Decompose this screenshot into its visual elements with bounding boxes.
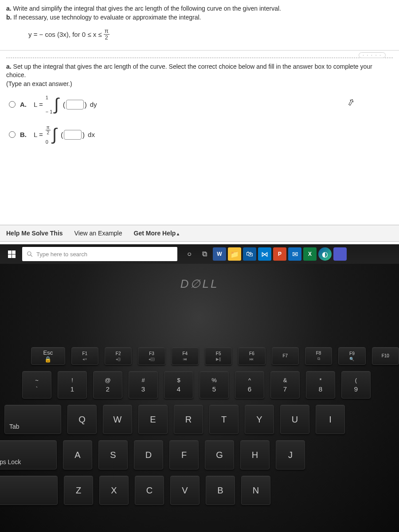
key-n[interactable]: N bbox=[241, 476, 270, 505]
setup-instruction: Set up the integral that gives the arc l… bbox=[6, 63, 372, 79]
choice-b-integral: π 2 0 ∫ bbox=[47, 125, 58, 145]
choice-b-row[interactable]: B. L = π 2 0 ∫ dx bbox=[9, 125, 393, 145]
taskbar: Type here to search ○ ⧉ W 📁 🛍 ⋈ P ✉ X ◐ bbox=[0, 244, 399, 264]
equation-lhs: y = − cos (3x), for 0 ≤ x ≤ bbox=[28, 31, 102, 38]
choice-b-input[interactable] bbox=[64, 130, 82, 140]
help-bar: Help Me Solve This View an Example Get M… bbox=[0, 225, 399, 242]
key-i[interactable]: I bbox=[316, 405, 345, 434]
radio-b[interactable] bbox=[9, 131, 16, 138]
key-f7[interactable]: F7 bbox=[272, 347, 299, 365]
vscode-icon[interactable]: ⋈ bbox=[258, 247, 271, 261]
choice-a-input[interactable] bbox=[66, 100, 84, 110]
choice-a-row[interactable]: A. L = 1 − 1 ∫ dy bbox=[9, 95, 393, 114]
key-f5[interactable]: F5▶‖ bbox=[205, 347, 232, 365]
key-1[interactable]: !1 bbox=[58, 371, 87, 399]
key-y[interactable]: Y bbox=[245, 405, 274, 434]
setup-part-label: a. bbox=[6, 63, 12, 70]
start-button[interactable] bbox=[4, 247, 20, 261]
key-capslock[interactable]: Caps Lock bbox=[0, 440, 57, 469]
key-7[interactable]: &7 bbox=[270, 371, 300, 399]
key-f4[interactable]: F4⏮ bbox=[172, 347, 199, 365]
key-s[interactable]: S bbox=[98, 440, 128, 469]
key-f10[interactable]: F10 bbox=[372, 347, 399, 365]
excel-icon[interactable]: X bbox=[303, 247, 317, 261]
part-a-label: a. bbox=[6, 5, 12, 12]
key-6[interactable]: ^6 bbox=[235, 371, 264, 399]
key-f8[interactable]: F8⧉ bbox=[305, 347, 332, 365]
get-more-help-link[interactable]: Get More Help bbox=[134, 230, 180, 237]
search-icon bbox=[27, 251, 33, 257]
key-f6[interactable]: F6⏭ bbox=[238, 347, 265, 365]
num-row: ~` !1 @2 #3 $4 %5 ^6 &7 *8 (9 bbox=[22, 371, 399, 399]
integral-sign-icon: ∫ bbox=[54, 99, 59, 110]
key-tab[interactable]: Tab bbox=[4, 405, 61, 434]
part-b-label: b. bbox=[6, 14, 12, 21]
app-icon[interactable] bbox=[333, 247, 347, 261]
key-f1[interactable]: F1◂× bbox=[71, 347, 98, 365]
word-icon[interactable]: W bbox=[213, 247, 226, 261]
integral-sign-icon: ∫ bbox=[52, 129, 57, 140]
key-u[interactable]: U bbox=[280, 405, 309, 434]
powerpoint-icon[interactable]: P bbox=[273, 247, 286, 261]
frac-num: π bbox=[104, 28, 110, 35]
store-icon[interactable]: 🛍 bbox=[243, 247, 256, 261]
part-a-question-text: Write and simplify the integral that giv… bbox=[13, 5, 281, 12]
key-f9[interactable]: F9🔍 bbox=[338, 347, 365, 365]
qwerty-row: Tab Q W E R T Y U I bbox=[4, 405, 399, 434]
given-equation: y = − cos (3x), for 0 ≤ x ≤ π 2 bbox=[28, 28, 384, 41]
svg-point-0 bbox=[27, 252, 31, 255]
key-9[interactable]: (9 bbox=[341, 371, 371, 399]
key-f2[interactable]: F2◂)) bbox=[105, 347, 132, 365]
home-row: Caps Lock A S D F G H J bbox=[0, 440, 399, 469]
key-r[interactable]: R bbox=[174, 405, 203, 434]
key-g[interactable]: G bbox=[205, 440, 234, 469]
edge-icon[interactable]: ◐ bbox=[318, 247, 332, 261]
key-q[interactable]: Q bbox=[67, 405, 97, 434]
search-input[interactable]: Type here to search bbox=[22, 247, 177, 261]
task-view-icon[interactable]: ⧉ bbox=[198, 247, 211, 261]
mail-icon[interactable]: ✉ bbox=[288, 247, 301, 261]
bottom-row: ft Z X C V B N bbox=[0, 476, 399, 505]
key-8[interactable]: *8 bbox=[306, 371, 335, 399]
choice-b-lower: 0 bbox=[46, 139, 51, 145]
keyboard: Esc 🔒 F1◂× F2◂)) F3◂))) F4⏮ F5▶‖ F6⏭ F7 … bbox=[4, 347, 399, 505]
svg-line-1 bbox=[31, 255, 32, 257]
key-z[interactable]: Z bbox=[64, 476, 93, 505]
key-3[interactable]: #3 bbox=[129, 371, 158, 399]
radio-a[interactable] bbox=[9, 101, 16, 108]
key-v[interactable]: V bbox=[170, 476, 200, 505]
choice-a-upper: 1 bbox=[46, 95, 53, 100]
part-b-question-text: If necessary, use technology to evaluate… bbox=[13, 14, 201, 21]
choice-b-suffix: dx bbox=[88, 131, 95, 138]
choice-b-upper-den: 2 bbox=[46, 130, 50, 135]
key-j[interactable]: J bbox=[276, 440, 305, 469]
key-b[interactable]: B bbox=[206, 476, 235, 505]
key-d[interactable]: D bbox=[134, 440, 163, 469]
choice-b-prefix: L = bbox=[34, 131, 43, 138]
explorer-icon[interactable]: 📁 bbox=[228, 247, 241, 261]
key-4[interactable]: $4 bbox=[164, 371, 193, 399]
key-5[interactable]: %5 bbox=[200, 371, 229, 399]
key-c[interactable]: C bbox=[135, 476, 164, 505]
key-f3[interactable]: F3◂))) bbox=[138, 347, 165, 365]
key-a[interactable]: A bbox=[63, 440, 92, 469]
key-f[interactable]: F bbox=[169, 440, 199, 469]
key-h[interactable]: H bbox=[240, 440, 270, 469]
view-example-link[interactable]: View an Example bbox=[74, 230, 122, 237]
key-w[interactable]: W bbox=[103, 405, 132, 434]
key-2[interactable]: @2 bbox=[93, 371, 122, 399]
choice-b-upper-num: π bbox=[46, 125, 51, 130]
key-shift[interactable]: ft bbox=[0, 476, 58, 505]
choice-b-label: B. bbox=[20, 131, 27, 138]
choice-a-label: A. bbox=[20, 101, 27, 108]
key-esc[interactable]: Esc 🔒 bbox=[31, 347, 65, 365]
key-grave[interactable]: ~` bbox=[22, 371, 51, 399]
cortana-icon[interactable]: ○ bbox=[183, 247, 196, 261]
key-e[interactable]: E bbox=[138, 405, 168, 434]
choice-a-prefix: L = bbox=[34, 101, 43, 108]
key-t[interactable]: T bbox=[209, 405, 239, 434]
key-x[interactable]: X bbox=[99, 476, 129, 505]
help-solve-link[interactable]: Help Me Solve This bbox=[6, 230, 63, 237]
fn-row: Esc 🔒 F1◂× F2◂)) F3◂))) F4⏮ F5▶‖ F6⏭ F7 … bbox=[31, 347, 399, 365]
choice-a-lower: − 1 bbox=[46, 109, 53, 114]
